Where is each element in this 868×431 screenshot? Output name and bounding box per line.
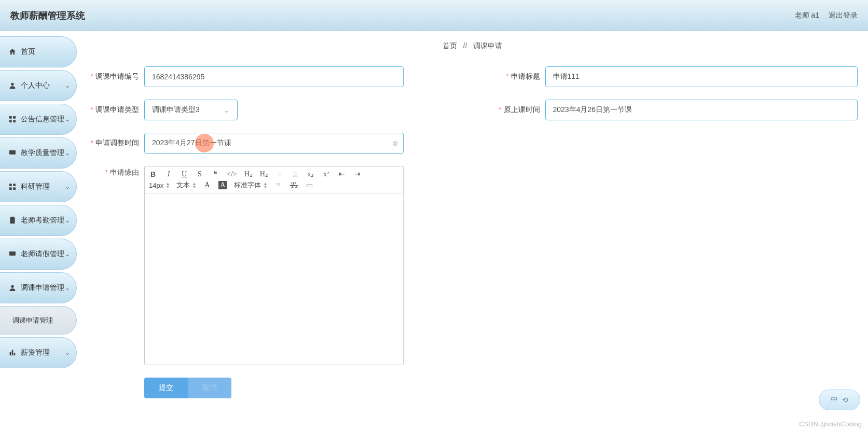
font-family-select[interactable]: 标准字体▴▾ [234,180,267,190]
image-button[interactable]: ▭ [305,181,313,190]
input-adj-time[interactable] [144,133,404,154]
sidebar-subitem-schedule-app[interactable]: 调课申请管理 [0,306,77,335]
sidebar-item-label: 老师请假管理 [21,249,64,259]
italic-button[interactable]: I [164,170,173,178]
select-app-type-value: 调课申请类型3 [152,105,200,115]
ime-indicator[interactable]: 中 ⟲ [819,390,860,410]
strike-button[interactable]: S [196,170,204,178]
editor-content[interactable] [145,193,403,365]
input-app-number[interactable] [144,66,404,87]
watermark: CSDN @wishCoding [799,420,862,428]
submit-button[interactable]: 提交 [144,378,188,398]
quote-button[interactable]: ❝ [211,170,219,178]
clear-format-button[interactable]: T̶ₓ [290,181,298,190]
chevron-down-icon: ⌄ [65,349,70,356]
text-style-select[interactable]: 文本▴▾ [176,180,196,190]
font-color-button[interactable]: A [203,181,211,189]
sidebar-item-label: 科研管理 [21,182,50,191]
header: 教师薪酬管理系统 老师 a1 退出登录 [0,0,868,31]
h2-button[interactable]: H₂ [260,170,268,178]
sidebar-item-label: 首页 [21,47,35,57]
input-orig-time[interactable] [545,100,858,120]
indent-button[interactable]: ⇤ [338,170,346,178]
svg-rect-1 [9,116,12,119]
h1-button[interactable]: H₁ [244,170,253,178]
subscript-button[interactable]: x₂ [307,170,315,178]
cancel-button[interactable]: 取消 [188,378,231,398]
editor-toolbar: B I U S ❝ </> H₁ H₂ ≡ ≣ x₂ [145,166,403,193]
code-button[interactable]: </> [227,170,237,178]
bold-button[interactable]: B [149,170,157,178]
sidebar-item-salary[interactable]: 薪资管理 ⌄ [0,337,77,368]
app-title: 教师薪酬管理系统 [10,9,85,22]
main-content: 首页 // 调课申请 *调课申请编号 *调课申请类型 调课申请类型3 ⌄ * [77,31,868,431]
sidebar-item-announce[interactable]: 公告信息管理 ⌄ [0,104,77,135]
chevron-down-icon: ⌄ [224,106,230,114]
sidebar-item-label: 薪资管理 [21,348,50,357]
chevron-down-icon: ⌄ [65,251,70,258]
breadcrumb-current: 调课申请 [473,41,502,50]
sidebar-item-research[interactable]: 科研管理 ⌄ [0,171,77,202]
chevron-down-icon: ⌄ [65,149,70,157]
grid-icon [8,183,17,191]
label-app-number: *调课申请编号 [87,72,144,81]
bg-color-button[interactable]: A [218,181,227,189]
label-orig-time: *原上课时间 [488,105,545,115]
breadcrumb-home[interactable]: 首页 [443,41,457,50]
ul-button[interactable]: ≣ [291,170,299,178]
chevron-down-icon: ⌄ [65,183,70,190]
sidebar-item-label: 公告信息管理 [21,115,64,124]
ol-button[interactable]: ≡ [275,170,284,178]
input-title[interactable] [545,66,858,87]
sidebar-item-attendance[interactable]: 老师考勤管理 ⌄ [0,205,77,236]
sidebar-item-profile[interactable]: 个人中心 ⌄ [0,70,77,101]
clear-icon[interactable]: ⊗ [392,139,398,147]
chevron-down-icon: ⌄ [65,284,70,291]
svg-rect-5 [9,150,16,155]
svg-rect-12 [9,252,16,256]
label-reason: *申请缘由 [87,166,144,177]
sidebar-item-schedule-app[interactable]: 调课申请管理 ⌄ [0,272,77,303]
logout-link[interactable]: 退出登录 [829,11,858,20]
svg-point-0 [11,83,13,86]
chevron-down-icon: ⌄ [65,116,70,123]
align-button[interactable]: ≡ [274,181,282,189]
svg-rect-11 [11,217,13,218]
sidebar-item-label: 教学质量管理 [21,148,64,158]
svg-rect-4 [13,120,16,122]
breadcrumb: 首页 // 调课申请 [87,41,858,51]
user-icon [8,284,17,292]
sidebar-item-label: 调课申请管理 [12,316,53,325]
svg-rect-9 [13,187,16,190]
ime-label: 中 [831,395,838,405]
user-icon [8,81,17,90]
label-app-type: *调课申请类型 [87,105,144,115]
select-app-type[interactable]: 调课申请类型3 ⌄ [144,100,238,120]
grid-icon [8,115,17,123]
sidebar-item-leave[interactable]: 老师请假管理 ⌄ [0,239,77,270]
svg-rect-6 [9,184,12,186]
svg-point-13 [11,285,13,288]
header-right: 老师 a1 退出登录 [795,11,858,20]
sidebar-item-label: 调课申请管理 [21,283,64,293]
sidebar-item-home[interactable]: 首页 [0,36,77,67]
user-label[interactable]: 老师 a1 [795,11,819,20]
outdent-button[interactable]: ⇥ [353,170,362,178]
svg-rect-8 [9,187,12,190]
sidebar-item-label: 老师考勤管理 [21,216,64,225]
svg-rect-7 [13,184,16,186]
monitor-icon [8,149,17,157]
label-title: *申请标题 [488,72,545,81]
chevron-down-icon: ⌄ [65,217,70,224]
ime-icon: ⟲ [842,396,848,404]
font-size-select[interactable]: 14px▴▾ [149,182,169,189]
rich-editor: B I U S ❝ </> H₁ H₂ ≡ ≣ x₂ [144,166,404,365]
superscript-button[interactable]: x² [322,170,330,178]
clipboard-icon [8,216,17,225]
svg-rect-3 [9,120,12,122]
sidebar-item-quality[interactable]: 教学质量管理 ⌄ [0,137,77,169]
monitor-icon [8,250,17,258]
underline-button[interactable]: U [180,170,188,178]
label-adj-time: *申请调整时间 [87,138,144,148]
home-icon [8,48,17,56]
